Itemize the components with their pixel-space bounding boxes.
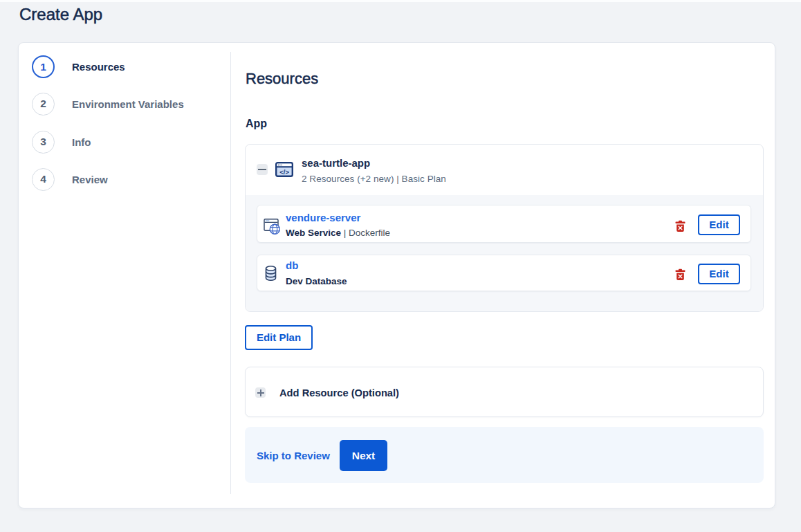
svg-text:</>: </> bbox=[279, 168, 289, 176]
